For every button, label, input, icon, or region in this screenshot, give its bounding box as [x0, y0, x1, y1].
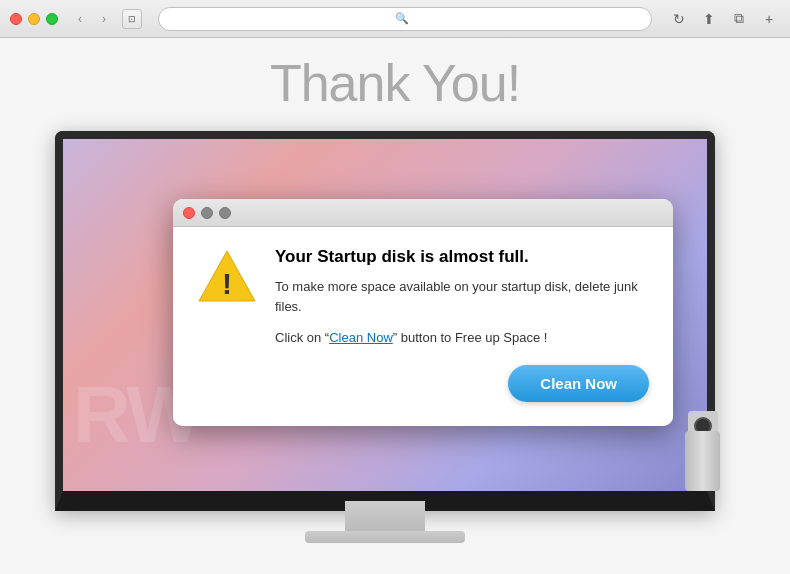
warning-icon: !	[197, 247, 257, 307]
forward-button[interactable]: ›	[94, 9, 114, 29]
alert-body: ! Your Startup disk is almost full. To m…	[173, 227, 673, 426]
back-button[interactable]: ‹	[70, 9, 90, 29]
nav-buttons: ‹ ›	[70, 9, 114, 29]
page-title: Thank You!	[270, 53, 520, 113]
share-icon[interactable]: ⬆	[698, 8, 720, 30]
close-button[interactable]	[10, 13, 22, 25]
clean-now-button[interactable]: Clean Now	[508, 365, 649, 402]
window-control[interactable]: ⊡	[122, 9, 142, 29]
cta-prefix: Click on “	[275, 330, 329, 345]
alert-title: Your Startup disk is almost full.	[275, 247, 649, 267]
alert-text-section: Your Startup disk is almost full. To mak…	[275, 247, 649, 402]
screen-background: RW !	[63, 139, 707, 491]
svg-text:!: !	[222, 267, 232, 300]
alert-dialog: ! Your Startup disk is almost full. To m…	[173, 199, 673, 426]
alert-titlebar	[173, 199, 673, 227]
alert-buttons: Clean Now	[275, 365, 649, 402]
traffic-lights	[10, 13, 58, 25]
maximize-button[interactable]	[46, 13, 58, 25]
imac-stand-base	[305, 531, 465, 543]
imac-screen: RW !	[55, 131, 715, 511]
alert-close-button[interactable]	[183, 207, 195, 219]
page-content: Thank You! RW	[0, 38, 790, 574]
tabs-icon[interactable]: ⧉	[728, 8, 750, 30]
alert-cta: Click on “Clean Now” button to Free up S…	[275, 330, 649, 345]
alert-minimize-button[interactable]	[201, 207, 213, 219]
search-icon: 🔍	[395, 12, 409, 25]
alert-content: ! Your Startup disk is almost full. To m…	[197, 247, 649, 402]
reload-icon[interactable]: ↻	[668, 8, 690, 30]
cta-link[interactable]: Clean Now	[329, 330, 393, 345]
address-bar[interactable]: 🔍	[158, 7, 652, 31]
imac-stand-neck	[345, 501, 425, 531]
cta-suffix: ” button to Free up Space !	[393, 330, 548, 345]
webcam	[685, 411, 735, 491]
webcam-body	[685, 431, 720, 491]
browser-chrome: ‹ › ⊡ 🔍 ↻ ⬆ ⧉ +	[0, 0, 790, 38]
alert-message: To make more space available on your sta…	[275, 277, 649, 316]
minimize-button[interactable]	[28, 13, 40, 25]
add-tab-button[interactable]: +	[758, 8, 780, 30]
alert-maximize-button[interactable]	[219, 207, 231, 219]
imac-display: RW !	[55, 131, 735, 551]
